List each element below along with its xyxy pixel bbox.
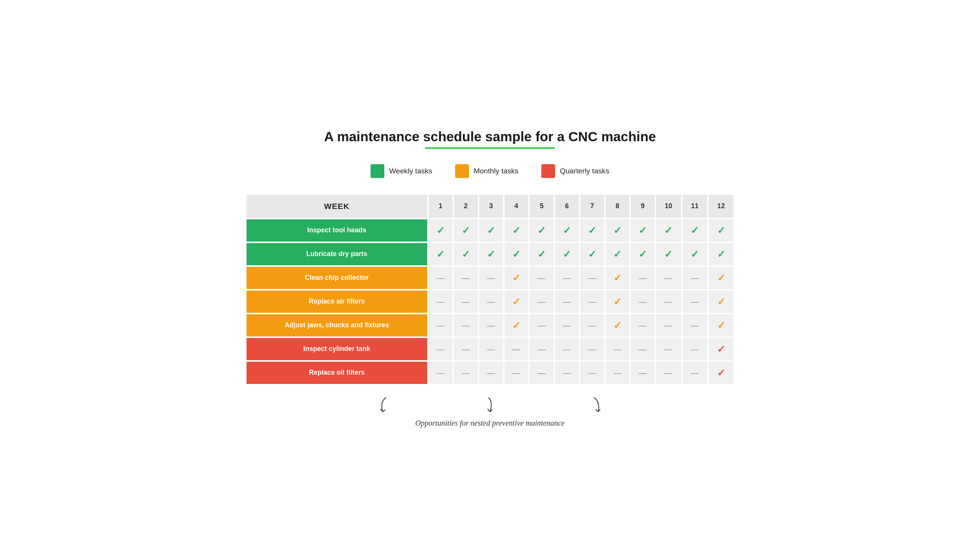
dash-icon: —	[691, 345, 699, 353]
checkmark-icon: ✓	[512, 296, 521, 307]
bottom-note-text: Opportunities for nested preventive main…	[245, 419, 735, 428]
schedule-cell: ✓	[454, 219, 478, 242]
checkmark-icon: ✓	[717, 344, 725, 355]
schedule-cell: —	[530, 362, 553, 384]
dash-icon: —	[691, 321, 699, 330]
schedule-cell: —	[580, 267, 604, 289]
schedule-cell: ✓	[429, 243, 452, 265]
checkmark-icon: ✓	[691, 225, 699, 236]
schedule-cell: —	[656, 290, 681, 313]
dash-icon: —	[588, 345, 597, 353]
legend-box-quarterly	[541, 164, 555, 178]
week-header-3: 3	[479, 195, 503, 218]
dash-icon: —	[639, 368, 647, 377]
checkmark-icon: ✓	[638, 225, 647, 236]
dash-icon: —	[437, 345, 445, 353]
checkmark-icon: ✓	[437, 225, 445, 236]
schedule-cell: ✓	[683, 243, 707, 265]
legend-label-weekly: Weekly tasks	[389, 167, 432, 175]
schedule-cell: —	[530, 314, 553, 337]
schedule-cell: —	[683, 338, 707, 360]
dash-icon: —	[537, 297, 545, 306]
schedule-cell: ✓	[530, 219, 553, 242]
checkmark-icon: ✓	[462, 225, 470, 236]
dash-icon: —	[487, 321, 495, 330]
schedule-cell: ✓	[454, 243, 478, 265]
schedule-cell: ✓	[606, 267, 629, 289]
dash-icon: —	[691, 273, 699, 282]
schedule-cell: —	[631, 314, 655, 337]
legend-item-quarterly: Quarterly tasks	[541, 164, 609, 178]
dash-icon: —	[537, 368, 545, 377]
dash-icon: —	[613, 345, 622, 353]
arrow-left-icon	[373, 396, 392, 415]
schedule-cell: —	[555, 338, 579, 360]
checkmark-icon: ✓	[717, 249, 725, 260]
legend-box-weekly	[370, 164, 384, 178]
schedule-cell: ✓	[505, 219, 528, 242]
dash-icon: —	[588, 297, 597, 306]
dash-icon: —	[437, 321, 445, 330]
dash-icon: —	[563, 273, 571, 282]
main-container: A maintenance schedule sample for a CNC …	[245, 129, 735, 432]
schedule-cell: ✓	[708, 219, 733, 242]
schedule-cell: —	[454, 338, 478, 360]
schedule-cell: —	[656, 362, 681, 384]
schedule-cell: ✓	[708, 314, 733, 337]
schedule-cell: ✓	[683, 219, 707, 242]
schedule-cell: —	[683, 267, 707, 289]
dash-icon: —	[588, 321, 597, 330]
arrows-row	[245, 396, 735, 415]
schedule-cell: —	[479, 267, 503, 289]
checkmark-icon: ✓	[487, 225, 495, 236]
schedule-cell: ✓	[656, 243, 681, 265]
checkmark-icon: ✓	[613, 296, 622, 307]
table-header: WEEK 123456789101112	[247, 195, 733, 218]
table-row: Replace oil filters———————————✓	[247, 362, 733, 384]
schedule-cell: ✓	[505, 267, 528, 289]
task-name-cell: Inspect tool heads	[247, 219, 427, 242]
dash-icon: —	[563, 345, 571, 353]
checkmark-icon: ✓	[588, 225, 597, 236]
task-name-cell: Lubricate dry parts	[247, 243, 427, 265]
schedule-cell: —	[606, 338, 629, 360]
dash-icon: —	[512, 368, 520, 377]
week-column-header: WEEK	[247, 195, 427, 218]
schedule-cell: ✓	[606, 314, 629, 337]
schedule-cell: —	[429, 290, 452, 313]
week-header-6: 6	[555, 195, 579, 218]
checkmark-icon: ✓	[664, 225, 673, 236]
schedule-cell: ✓	[708, 243, 733, 265]
week-header-5: 5	[530, 195, 553, 218]
table-row: Clean chip collector———✓———✓———✓	[247, 267, 733, 289]
dash-icon: —	[537, 345, 545, 353]
schedule-cell: —	[429, 267, 452, 289]
schedule-cell: ✓	[505, 243, 528, 265]
table-row: Inspect cylinder tank———————————✓	[247, 338, 733, 360]
dash-icon: —	[563, 321, 571, 330]
dash-icon: —	[639, 321, 647, 330]
schedule-cell: —	[656, 267, 681, 289]
schedule-cell: —	[530, 267, 553, 289]
week-header-9: 9	[631, 195, 655, 218]
table-row: Lubricate dry parts✓✓✓✓✓✓✓✓✓✓✓✓	[247, 243, 733, 265]
schedule-cell: ✓	[555, 219, 579, 242]
schedule-cell: —	[530, 338, 553, 360]
dash-icon: —	[487, 297, 495, 306]
dash-icon: —	[437, 368, 445, 377]
schedule-cell: —	[683, 290, 707, 313]
schedule-cell: ✓	[606, 290, 629, 313]
legend-item-weekly: Weekly tasks	[370, 164, 432, 178]
schedule-cell: —	[683, 362, 707, 384]
page-title: A maintenance schedule sample for a CNC …	[245, 129, 735, 144]
dash-icon: —	[665, 368, 673, 377]
schedule-cell: —	[479, 362, 503, 384]
bottom-note-area: Opportunities for nested preventive main…	[245, 393, 735, 432]
dash-icon: —	[665, 297, 673, 306]
dash-icon: —	[563, 368, 571, 377]
checkmark-icon: ✓	[512, 273, 521, 283]
dash-icon: —	[665, 321, 673, 330]
header-row: WEEK 123456789101112	[247, 195, 733, 218]
week-header-10: 10	[656, 195, 681, 218]
checkmark-icon: ✓	[664, 249, 673, 260]
